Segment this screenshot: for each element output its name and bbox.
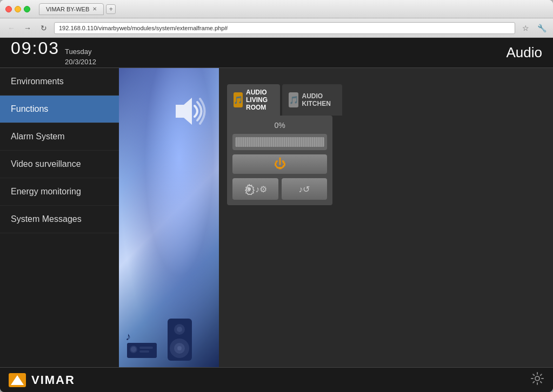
refresh-button[interactable]: ↻ bbox=[38, 22, 50, 34]
sidebar-item-video[interactable]: Video surveillance bbox=[0, 151, 119, 178]
gear-settings-icon: ⚙ bbox=[243, 183, 255, 195]
header-time: 09:03 Tuesday 20/3/2012 bbox=[11, 38, 96, 66]
sidebar-item-energy[interactable]: Energy monitoring bbox=[0, 178, 119, 206]
app-container: 09:03 Tuesday 20/3/2012 Audio Environmen… bbox=[0, 38, 553, 392]
audio-decor: ♪ bbox=[124, 319, 195, 362]
browser-titlebar: VIMAR BY-WEB ✕ + bbox=[0, 0, 553, 18]
bottom-buttons: ⚙ ♪⚙ ♪↺ bbox=[232, 178, 327, 200]
volume-percent: 0% bbox=[232, 121, 327, 130]
volume-slider[interactable] bbox=[232, 134, 327, 150]
vimar-logo-icon bbox=[9, 373, 26, 387]
sidebar-item-environments[interactable]: Environments bbox=[0, 68, 119, 96]
volume-slider-bar bbox=[235, 137, 324, 147]
svg-point-9 bbox=[177, 327, 182, 332]
svg-point-3 bbox=[131, 347, 136, 352]
power-icon: ⏻ bbox=[274, 157, 286, 171]
sound-wave-icon bbox=[165, 90, 208, 135]
svg-marker-0 bbox=[176, 98, 192, 125]
refresh-music-button[interactable]: ♪↺ bbox=[282, 178, 328, 200]
gear-icon bbox=[530, 371, 544, 386]
browser-tab[interactable]: VIMAR BY-WEB ✕ bbox=[39, 3, 104, 15]
power-btn-row: ⏻ bbox=[232, 154, 327, 174]
forward-button[interactable]: → bbox=[22, 22, 34, 34]
address-bar[interactable]: 192.168.0.110/vimarbyweb/modules/system/… bbox=[54, 22, 515, 34]
close-button[interactable] bbox=[5, 6, 12, 12]
sidebar-item-functions[interactable]: Functions bbox=[0, 96, 119, 123]
maximize-button[interactable] bbox=[24, 6, 30, 12]
section-title: Audio bbox=[507, 44, 543, 61]
audio-tab-living-room[interactable]: 🎵 AUDIO LIVING ROOM bbox=[227, 84, 280, 116]
svg-text:⚙: ⚙ bbox=[245, 186, 251, 193]
audio-background: ♪ bbox=[119, 68, 219, 367]
tab-title: VIMAR BY-WEB bbox=[46, 6, 89, 12]
app-footer: VIMAR bbox=[0, 367, 553, 392]
new-tab-button[interactable]: + bbox=[106, 4, 116, 14]
time-display: 09:03 bbox=[11, 38, 59, 58]
svg-text:♪: ♪ bbox=[125, 330, 131, 342]
svg-rect-5 bbox=[139, 350, 149, 353]
brand-name: VIMAR bbox=[31, 373, 75, 387]
svg-point-17 bbox=[535, 376, 539, 381]
settings-note-icon: ♪⚙ bbox=[255, 184, 267, 194]
minimize-button[interactable] bbox=[15, 6, 21, 12]
tab-close-icon[interactable]: ✕ bbox=[92, 6, 97, 12]
svg-rect-4 bbox=[139, 347, 153, 349]
audio-tab-icon-living: 🎵 bbox=[234, 92, 243, 107]
audio-tabs: 🎵 AUDIO LIVING ROOM 🎵 AUDIO KITCHEN bbox=[227, 84, 335, 116]
svg-point-12 bbox=[177, 346, 182, 350]
audio-tab-icon-kitchen: 🎵 bbox=[289, 92, 298, 107]
footer-logo: VIMAR bbox=[9, 373, 75, 387]
sidebar-item-messages[interactable]: System Messages bbox=[0, 206, 119, 233]
app-header: 09:03 Tuesday 20/3/2012 Audio bbox=[0, 38, 553, 68]
traffic-lights bbox=[5, 6, 30, 12]
tab-bar: VIMAR BY-WEB ✕ + bbox=[39, 3, 116, 15]
app-main: Environments Functions Alarm System Vide… bbox=[0, 68, 553, 367]
audio-control-box: 0% ⏻ bbox=[227, 116, 332, 205]
audio-panel: 🎵 AUDIO LIVING ROOM 🎵 AUDIO KITCHEN bbox=[227, 84, 335, 205]
music-refresh-icon: ♪↺ bbox=[298, 184, 310, 194]
browser-window: VIMAR BY-WEB ✕ + ← → ↻ 192.168.0.110/vim… bbox=[0, 0, 553, 392]
settings-icon[interactable]: 🔧 bbox=[536, 22, 548, 34]
power-button[interactable]: ⏻ bbox=[232, 154, 327, 174]
bookmark-icon[interactable]: ☆ bbox=[519, 22, 531, 34]
content-area: ♪ bbox=[119, 68, 553, 367]
browser-toolbar: ← → ↻ 192.168.0.110/vimarbyweb/modules/s… bbox=[0, 18, 553, 38]
audio-tab-kitchen[interactable]: 🎵 AUDIO KITCHEN bbox=[282, 84, 342, 116]
settings-button[interactable]: ⚙ ♪⚙ bbox=[232, 178, 278, 200]
date-display: Tuesday 20/3/2012 bbox=[65, 47, 96, 66]
sidebar: Environments Functions Alarm System Vide… bbox=[0, 68, 119, 367]
footer-gear-icon[interactable] bbox=[530, 371, 544, 389]
back-button[interactable]: ← bbox=[5, 22, 17, 34]
sidebar-item-alarm[interactable]: Alarm System bbox=[0, 123, 119, 151]
